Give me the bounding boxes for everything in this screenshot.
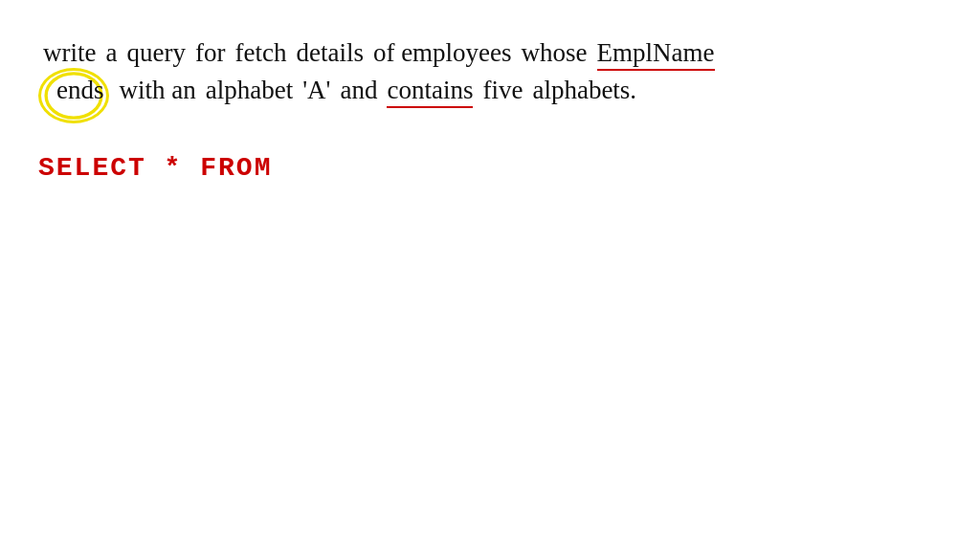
sql-text: SELECT * FROM xyxy=(38,153,272,183)
word-contains: contains xyxy=(387,76,473,105)
content-area: write a query for fetch details of emplo… xyxy=(38,38,942,183)
circled-ends: ends xyxy=(52,76,109,105)
word-write: write xyxy=(43,38,96,68)
word-whose: whose xyxy=(522,38,588,68)
word-query: query xyxy=(126,38,185,68)
word-a-quote: 'A' xyxy=(302,76,330,105)
sql-line: SELECT * FROM xyxy=(38,153,942,183)
word-alphabet: alphabet xyxy=(206,76,293,105)
word-and: and xyxy=(340,76,377,105)
word-emplname: EmplName xyxy=(597,38,715,68)
word-fetch: fetch xyxy=(234,38,286,68)
word-five: five xyxy=(482,76,523,105)
line-1: write a query for fetch details of emplo… xyxy=(38,38,942,68)
word-for: for xyxy=(195,38,225,68)
word-of-employees: of employees xyxy=(373,38,512,68)
word-alphabets: alphabets. xyxy=(532,76,636,105)
word-ends: ends xyxy=(56,76,104,105)
line-2: ends with an alphabet 'A' and contains f… xyxy=(46,76,942,105)
word-a: a xyxy=(105,38,117,68)
word-with-an: with an xyxy=(120,76,196,105)
word-details: details xyxy=(296,38,363,68)
